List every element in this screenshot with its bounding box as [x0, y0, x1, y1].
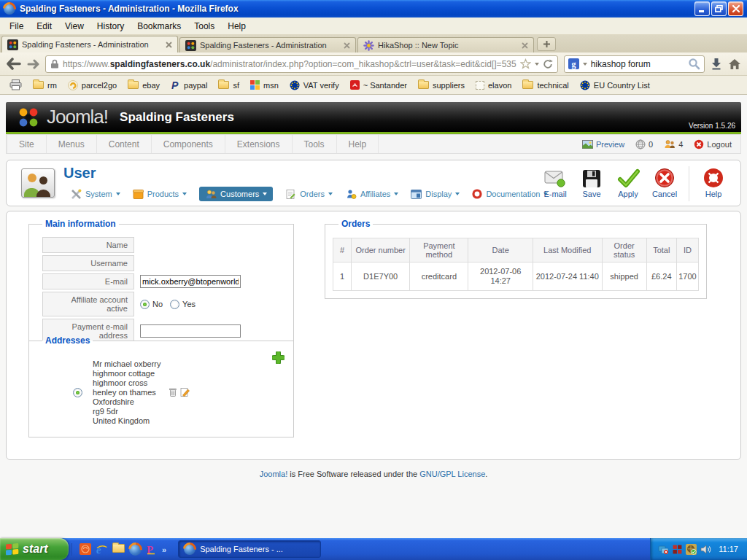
menu-edit[interactable]: Edit: [30, 19, 58, 34]
bookmark-eu-country-list[interactable]: EU Country List: [576, 79, 654, 92]
window-titlebar[interactable]: Spalding Fasteners - Administration - Mo…: [0, 0, 747, 18]
hikashop-menu-display[interactable]: Display: [411, 190, 460, 199]
url-bar[interactable]: https://www.spaldingfasteners.co.uk/admi…: [45, 55, 558, 73]
internet-explorer-icon[interactable]: e: [96, 543, 108, 555]
paintshop-icon[interactable]: P: [146, 543, 156, 555]
bookmark-ebay[interactable]: ebay: [123, 79, 164, 91]
cancel-button[interactable]: Cancel: [646, 166, 683, 198]
menu-tools[interactable]: Tools: [187, 19, 221, 34]
reload-icon[interactable]: [543, 59, 553, 69]
col-last-modified: Last Modified: [533, 238, 602, 262]
home-button[interactable]: [728, 58, 741, 70]
logout-button[interactable]: Logout: [694, 139, 732, 149]
admin-menu-menus[interactable]: Menus: [47, 135, 97, 153]
search-engine-dropdown-icon[interactable]: [583, 63, 587, 66]
menu-history[interactable]: History: [90, 19, 131, 34]
bookmark-santander[interactable]: ~ Santander: [346, 79, 411, 91]
menu-file[interactable]: File: [3, 19, 30, 34]
tray-app-grid-icon[interactable]: [673, 545, 682, 554]
downloads-button[interactable]: [711, 58, 722, 70]
quick-launch-app-icon[interactable]: [80, 543, 91, 555]
bookmark-vat-verify[interactable]: VAT verify: [285, 79, 344, 92]
order-status: shipped: [602, 262, 646, 291]
forward-button[interactable]: [27, 59, 39, 69]
magnifier-icon[interactable]: [688, 58, 700, 70]
bookmark-rm[interactable]: rm: [28, 79, 61, 91]
menu-view[interactable]: View: [58, 19, 90, 34]
folder-shortcut-icon[interactable]: [112, 544, 125, 554]
admin-menu-site[interactable]: Site: [7, 135, 47, 153]
main-content-box: Main information Name Username E-mail Af…: [6, 211, 741, 460]
tab-hikashop[interactable]: HikaShop :: New Topic: [357, 37, 534, 52]
menu-bookmarks[interactable]: Bookmarks: [131, 19, 187, 34]
add-address-button[interactable]: [272, 351, 285, 364]
bookmark-star-icon[interactable]: [520, 58, 531, 69]
admin-menubar: Site Menus Content Components Extensions…: [6, 134, 741, 154]
admin-menu-help[interactable]: Help: [337, 135, 379, 153]
quick-launch-overflow-chevron[interactable]: »: [162, 543, 166, 554]
main-information-legend: Main information: [42, 219, 119, 229]
print-button[interactable]: [5, 78, 26, 92]
edit-address-icon[interactable]: [180, 387, 190, 397]
radio-no-label: No: [152, 300, 163, 308]
version-label: Version 1.5.26: [689, 122, 735, 130]
google-icon: g: [568, 58, 579, 69]
affiliate-yes-radio[interactable]: [170, 300, 179, 309]
page-viewport: Joomla! Spalding Fasteners Version 1.5.2…: [0, 95, 747, 538]
tab-close-icon[interactable]: [166, 42, 172, 48]
address-radio[interactable]: [73, 388, 82, 397]
new-tab-button[interactable]: [537, 37, 556, 51]
folder-icon: [522, 81, 533, 89]
tab-spalding-admin-1[interactable]: Spalding Fasteners - Administration: [1, 36, 178, 52]
firefox-shortcut-icon[interactable]: [129, 543, 142, 556]
search-input[interactable]: hikashop forum: [591, 59, 684, 69]
bookmark-sf[interactable]: sf: [214, 79, 244, 91]
start-button[interactable]: start: [0, 538, 69, 560]
bookmark-elavon[interactable]: elavon: [471, 79, 516, 91]
joomla-footer-link[interactable]: Joomla!: [260, 470, 288, 478]
hikashop-menu-affiliates[interactable]: Affiliates: [345, 189, 398, 199]
admin-menu-tools[interactable]: Tools: [293, 135, 337, 153]
tab-close-icon[interactable]: [522, 42, 528, 49]
bookmark-msn[interactable]: msn: [246, 79, 283, 91]
hikashop-menu-products[interactable]: Products: [133, 189, 187, 199]
hikashop-menu-system[interactable]: System: [71, 189, 120, 200]
bookmark-suppliers[interactable]: suppliers: [414, 79, 469, 91]
affiliate-no-radio[interactable]: [140, 300, 150, 309]
tab-label: Spalding Fasteners - Administration: [200, 41, 340, 50]
email-field[interactable]: [140, 275, 241, 288]
gnu-gpl-link[interactable]: GNU/GPL License: [419, 470, 485, 478]
network-status-icon[interactable]: [658, 545, 669, 554]
hikashop-menu-orders[interactable]: Orders: [285, 189, 333, 200]
close-icon[interactable]: [728, 1, 743, 16]
admin-menu-components[interactable]: Components: [152, 135, 225, 153]
restore-button[interactable]: [711, 1, 727, 16]
hikashop-menu-customers[interactable]: Customers: [199, 187, 273, 201]
tab-close-icon[interactable]: [344, 42, 350, 49]
tab-spalding-admin-2[interactable]: Spalding Fasteners - Administration: [179, 37, 356, 52]
url-dropdown-icon[interactable]: [535, 63, 539, 66]
delete-address-icon[interactable]: [169, 387, 177, 397]
bookmark-parcel2go[interactable]: parcel2go: [63, 79, 121, 92]
email-button[interactable]: E-mail: [537, 166, 573, 198]
search-box[interactable]: g hikashop forum: [564, 55, 705, 73]
update-globe-icon[interactable]: [686, 544, 697, 555]
preview-link[interactable]: Preview: [582, 140, 624, 149]
bookmark-technical[interactable]: technical: [518, 79, 573, 91]
volume-icon[interactable]: [700, 545, 711, 554]
admin-menu-extensions[interactable]: Extensions: [225, 135, 293, 153]
svg-text:e: e: [96, 544, 101, 556]
back-button[interactable]: [6, 58, 21, 70]
save-button[interactable]: Save: [573, 166, 610, 198]
joomla-favicon: [185, 40, 196, 51]
apply-button[interactable]: Apply: [610, 166, 646, 198]
bookmark-paypal[interactable]: Ppaypal: [166, 78, 212, 92]
globe-icon: [635, 139, 646, 149]
minimize-button[interactable]: [694, 1, 710, 16]
admin-menu-content[interactable]: Content: [97, 135, 152, 153]
help-button[interactable]: Help: [695, 166, 732, 198]
url-text: https://www.spaldingfasteners.co.uk/admi…: [63, 59, 516, 69]
taskbar-window-button[interactable]: Spalding Fasteners - ...: [178, 540, 321, 558]
menu-help[interactable]: Help: [221, 19, 252, 34]
order-number-link[interactable]: D1E7Y00: [352, 262, 410, 291]
